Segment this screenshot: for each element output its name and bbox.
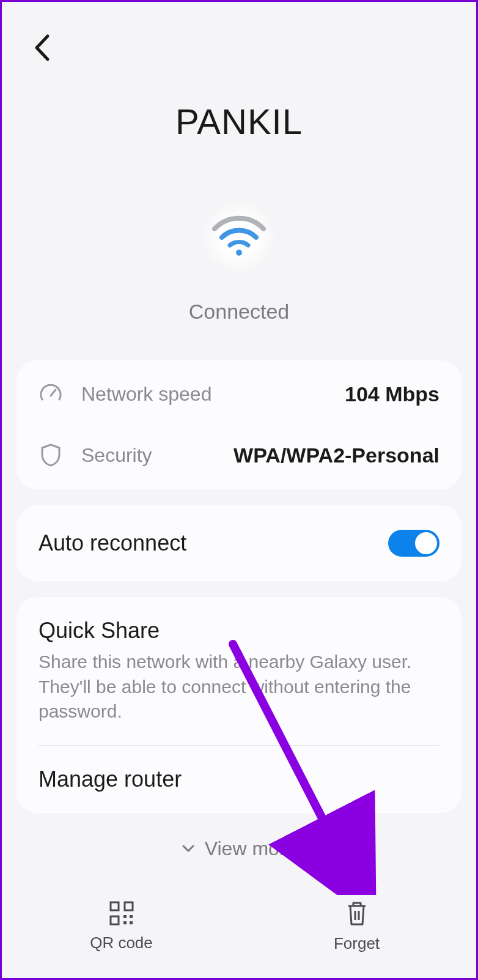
svg-rect-3 xyxy=(125,902,133,910)
actions-card: Quick Share Share this network with a ne… xyxy=(17,597,461,813)
chevron-left-icon xyxy=(33,34,50,62)
security-label: Security xyxy=(81,444,152,467)
wifi-signal-icon xyxy=(202,203,276,270)
bottom-bar: QR code Forget xyxy=(4,886,474,966)
quick-share-item[interactable]: Quick Share Share this network with a ne… xyxy=(17,597,461,745)
quick-share-title: Quick Share xyxy=(39,618,439,644)
svg-rect-4 xyxy=(111,916,119,924)
network-speed-row: Network speed 104 Mbps xyxy=(17,364,461,425)
forget-label: Forget xyxy=(334,934,380,953)
auto-reconnect-label: Auto reconnect xyxy=(39,530,186,556)
quick-share-subtitle: Share this network with a nearby Galaxy … xyxy=(39,650,439,724)
svg-rect-2 xyxy=(111,902,119,910)
view-more-label: View more xyxy=(205,837,297,860)
security-value: WPA/WPA2-Personal xyxy=(233,444,439,467)
toggle-knob xyxy=(414,531,438,555)
network-speed-value: 104 Mbps xyxy=(345,382,439,406)
auto-reconnect-toggle[interactable] xyxy=(388,530,439,557)
connection-status: Connected xyxy=(2,300,476,324)
trash-icon xyxy=(345,900,369,927)
security-row: Security WPA/WPA2-Personal xyxy=(17,425,461,486)
auto-reconnect-row[interactable]: Auto reconnect xyxy=(17,505,461,581)
qr-code-icon xyxy=(109,900,134,926)
back-button[interactable] xyxy=(26,32,57,63)
svg-line-1 xyxy=(51,390,56,396)
chevron-down-icon xyxy=(182,844,195,853)
qr-code-button[interactable]: QR code xyxy=(4,886,239,966)
network-info-card: Network speed 104 Mbps Security WPA/WPA2… xyxy=(17,360,461,489)
view-more-button[interactable]: View more xyxy=(2,837,476,860)
shield-icon xyxy=(39,443,63,467)
svg-rect-5 xyxy=(123,915,127,918)
network-name-title: PANKIL xyxy=(26,101,452,142)
manage-router-item[interactable]: Manage router xyxy=(17,746,461,813)
svg-rect-8 xyxy=(130,921,133,924)
forget-button[interactable]: Forget xyxy=(239,886,474,966)
speedometer-icon xyxy=(39,383,63,406)
network-speed-label: Network speed xyxy=(81,383,211,406)
svg-point-0 xyxy=(236,250,242,256)
qr-code-label: QR code xyxy=(90,934,153,952)
manage-router-title: Manage router xyxy=(39,767,439,792)
svg-rect-7 xyxy=(123,921,127,924)
svg-rect-6 xyxy=(130,915,133,918)
